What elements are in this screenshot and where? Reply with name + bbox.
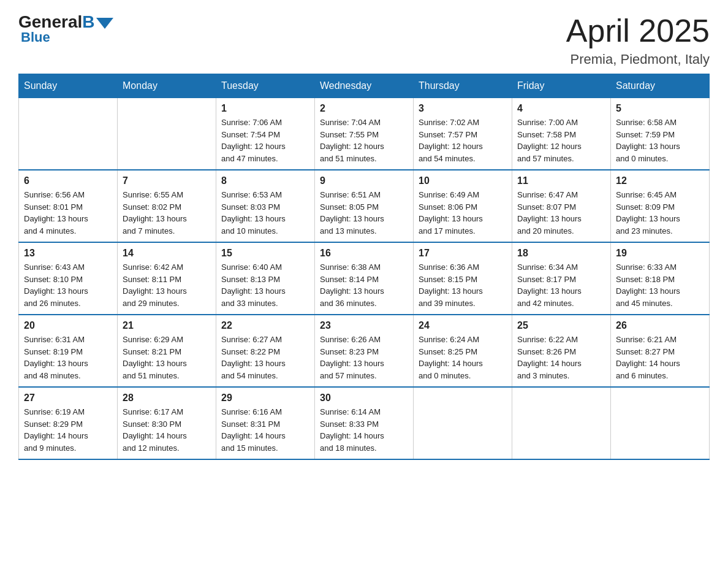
calendar-cell: 14Sunrise: 6:42 AMSunset: 8:11 PMDayligh… (118, 242, 216, 315)
calendar-cell: 9Sunrise: 6:51 AMSunset: 8:05 PMDaylight… (315, 170, 414, 242)
calendar-cell (512, 387, 611, 459)
logo-blue-text: B (82, 12, 94, 32)
day-number: 3 (419, 103, 507, 114)
weekday-header-friday: Friday (512, 74, 611, 98)
calendar-cell: 19Sunrise: 6:33 AMSunset: 8:18 PMDayligh… (611, 242, 710, 315)
day-info: Sunrise: 6:56 AMSunset: 8:01 PMDaylight:… (24, 189, 112, 237)
week-row-4: 20Sunrise: 6:31 AMSunset: 8:19 PMDayligh… (19, 315, 710, 387)
calendar-cell (414, 387, 512, 459)
day-number: 15 (221, 248, 309, 259)
day-number: 7 (123, 175, 211, 186)
day-number: 23 (320, 320, 408, 331)
day-number: 13 (24, 248, 112, 259)
calendar-cell: 11Sunrise: 6:47 AMSunset: 8:07 PMDayligh… (512, 170, 611, 242)
day-info: Sunrise: 6:45 AMSunset: 8:09 PMDaylight:… (616, 189, 704, 237)
day-number: 1 (221, 103, 309, 114)
calendar-cell: 24Sunrise: 6:24 AMSunset: 8:25 PMDayligh… (414, 315, 512, 387)
day-info: Sunrise: 6:21 AMSunset: 8:27 PMDaylight:… (616, 334, 704, 381)
day-number: 4 (517, 103, 605, 114)
weekday-header-tuesday: Tuesday (216, 74, 315, 98)
calendar-cell: 28Sunrise: 6:17 AMSunset: 8:30 PMDayligh… (118, 387, 216, 459)
day-number: 29 (221, 393, 309, 404)
day-number: 5 (616, 103, 704, 114)
day-info: Sunrise: 6:55 AMSunset: 8:02 PMDaylight:… (123, 189, 211, 237)
weekday-header-sunday: Sunday (19, 74, 118, 98)
day-number: 18 (517, 248, 605, 259)
day-info: Sunrise: 6:51 AMSunset: 8:05 PMDaylight:… (320, 189, 408, 237)
calendar-cell (611, 387, 710, 459)
calendar-cell (19, 98, 118, 170)
location: Premia, Piedmont, Italy (566, 52, 710, 67)
calendar-cell: 21Sunrise: 6:29 AMSunset: 8:21 PMDayligh… (118, 315, 216, 387)
day-number: 9 (320, 175, 408, 186)
day-info: Sunrise: 6:31 AMSunset: 8:19 PMDaylight:… (24, 334, 112, 381)
day-info: Sunrise: 6:33 AMSunset: 8:18 PMDaylight:… (616, 261, 704, 309)
day-number: 27 (24, 393, 112, 404)
day-info: Sunrise: 6:40 AMSunset: 8:13 PMDaylight:… (221, 261, 309, 309)
calendar-cell: 25Sunrise: 6:22 AMSunset: 8:26 PMDayligh… (512, 315, 611, 387)
day-number: 2 (320, 103, 408, 114)
calendar-cell: 6Sunrise: 6:56 AMSunset: 8:01 PMDaylight… (19, 170, 118, 242)
day-number: 28 (123, 393, 211, 404)
calendar-cell: 30Sunrise: 6:14 AMSunset: 8:33 PMDayligh… (315, 387, 414, 459)
day-info: Sunrise: 7:02 AMSunset: 7:57 PMDaylight:… (419, 117, 507, 164)
day-info: Sunrise: 6:38 AMSunset: 8:14 PMDaylight:… (320, 261, 408, 309)
day-number: 19 (616, 248, 704, 259)
week-row-3: 13Sunrise: 6:43 AMSunset: 8:10 PMDayligh… (19, 242, 710, 315)
day-info: Sunrise: 6:36 AMSunset: 8:15 PMDaylight:… (419, 261, 507, 309)
day-info: Sunrise: 6:22 AMSunset: 8:26 PMDaylight:… (517, 334, 605, 381)
calendar-cell: 7Sunrise: 6:55 AMSunset: 8:02 PMDaylight… (118, 170, 216, 242)
day-info: Sunrise: 7:06 AMSunset: 7:54 PMDaylight:… (221, 117, 309, 164)
calendar-cell: 1Sunrise: 7:06 AMSunset: 7:54 PMDaylight… (216, 98, 315, 170)
calendar-cell: 4Sunrise: 7:00 AMSunset: 7:58 PMDaylight… (512, 98, 611, 170)
day-info: Sunrise: 6:29 AMSunset: 8:21 PMDaylight:… (123, 334, 211, 381)
day-info: Sunrise: 6:27 AMSunset: 8:22 PMDaylight:… (221, 334, 309, 381)
day-info: Sunrise: 6:24 AMSunset: 8:25 PMDaylight:… (419, 334, 507, 381)
day-info: Sunrise: 6:43 AMSunset: 8:10 PMDaylight:… (24, 261, 112, 309)
calendar-cell: 5Sunrise: 6:58 AMSunset: 7:59 PMDaylight… (611, 98, 710, 170)
day-number: 22 (221, 320, 309, 331)
day-number: 16 (320, 248, 408, 259)
day-number: 24 (419, 320, 507, 331)
weekday-header-row: SundayMondayTuesdayWednesdayThursdayFrid… (19, 74, 710, 98)
logo-sub: Blue (21, 29, 50, 45)
day-number: 11 (517, 175, 605, 186)
calendar-cell: 22Sunrise: 6:27 AMSunset: 8:22 PMDayligh… (216, 315, 315, 387)
week-row-5: 27Sunrise: 6:19 AMSunset: 8:29 PMDayligh… (19, 387, 710, 459)
calendar-cell: 12Sunrise: 6:45 AMSunset: 8:09 PMDayligh… (611, 170, 710, 242)
weekday-header-saturday: Saturday (611, 74, 710, 98)
day-info: Sunrise: 7:04 AMSunset: 7:55 PMDaylight:… (320, 117, 408, 164)
week-row-1: 1Sunrise: 7:06 AMSunset: 7:54 PMDaylight… (19, 98, 710, 170)
day-info: Sunrise: 6:58 AMSunset: 7:59 PMDaylight:… (616, 117, 704, 164)
calendar-cell: 3Sunrise: 7:02 AMSunset: 7:57 PMDaylight… (414, 98, 512, 170)
calendar-cell: 27Sunrise: 6:19 AMSunset: 8:29 PMDayligh… (19, 387, 118, 459)
day-number: 12 (616, 175, 704, 186)
day-info: Sunrise: 6:26 AMSunset: 8:23 PMDaylight:… (320, 334, 408, 381)
day-info: Sunrise: 6:42 AMSunset: 8:11 PMDaylight:… (123, 261, 211, 309)
day-number: 6 (24, 175, 112, 186)
calendar-cell: 15Sunrise: 6:40 AMSunset: 8:13 PMDayligh… (216, 242, 315, 315)
calendar-cell: 26Sunrise: 6:21 AMSunset: 8:27 PMDayligh… (611, 315, 710, 387)
calendar-cell: 17Sunrise: 6:36 AMSunset: 8:15 PMDayligh… (414, 242, 512, 315)
page-header: General B Blue April 2025 Premia, Piedmo… (18, 12, 710, 67)
day-info: Sunrise: 6:14 AMSunset: 8:33 PMDaylight:… (320, 406, 408, 454)
calendar-cell: 10Sunrise: 6:49 AMSunset: 8:06 PMDayligh… (414, 170, 512, 242)
calendar-cell: 16Sunrise: 6:38 AMSunset: 8:14 PMDayligh… (315, 242, 414, 315)
logo: General B Blue (18, 12, 113, 45)
title-area: April 2025 Premia, Piedmont, Italy (566, 12, 710, 67)
calendar-cell: 18Sunrise: 6:34 AMSunset: 8:17 PMDayligh… (512, 242, 611, 315)
day-number: 26 (616, 320, 704, 331)
weekday-header-monday: Monday (118, 74, 216, 98)
day-number: 25 (517, 320, 605, 331)
day-number: 17 (419, 248, 507, 259)
day-number: 30 (320, 393, 408, 404)
weekday-header-thursday: Thursday (414, 74, 512, 98)
day-number: 21 (123, 320, 211, 331)
calendar-cell: 13Sunrise: 6:43 AMSunset: 8:10 PMDayligh… (19, 242, 118, 315)
logo-arrow-icon (96, 18, 113, 29)
calendar-cell: 20Sunrise: 6:31 AMSunset: 8:19 PMDayligh… (19, 315, 118, 387)
weekday-header-wednesday: Wednesday (315, 74, 414, 98)
calendar-cell (118, 98, 216, 170)
month-title: April 2025 (566, 12, 710, 49)
day-number: 14 (123, 248, 211, 259)
